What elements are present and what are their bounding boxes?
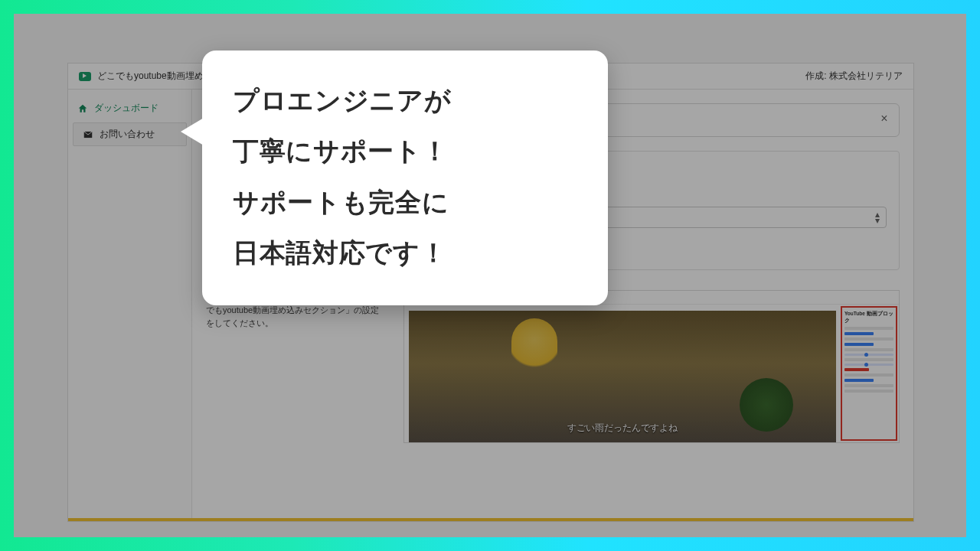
sidebar: ダッシュボード お問い合わせ — [68, 90, 192, 521]
bubble-tail-icon — [181, 118, 204, 145]
sidebar-item-label: ダッシュボード — [94, 102, 158, 115]
sidebar-item-contact[interactable]: お問い合わせ — [73, 122, 187, 146]
mail-icon — [83, 129, 93, 140]
app-credit: 作成: 株式会社リテリア — [805, 70, 903, 83]
select-caret-icon: ▴▾ — [875, 211, 880, 223]
panel-title: YouTube 動画ブロック — [844, 311, 893, 324]
app-logo-icon — [79, 72, 91, 81]
bubble-line: サポートも完全に — [233, 177, 579, 227]
close-icon[interactable]: × — [877, 112, 891, 126]
speech-bubble: プロエンジニアが 丁寧にサポート！ サポートも完全に 日本語対応です！ — [202, 51, 608, 305]
screenshot-side-panel: YouTube 動画ブロック — [841, 306, 897, 441]
sidebar-item-label: お問い合わせ — [100, 128, 155, 141]
screenshot-preview: reiteriya-example ホーム 共有する すごい雨だったんですよね … — [403, 290, 900, 443]
app-title: どこでもyoutube動画埋め込 — [97, 70, 213, 83]
bubble-line: 丁寧にサポート！ — [233, 126, 579, 176]
screenshot-video-area: すごい雨だったんですよね — [409, 311, 836, 442]
bubble-line: 日本語対応です！ — [233, 227, 579, 278]
video-caption: すごい雨だったんですよね — [567, 422, 678, 435]
home-icon — [77, 103, 88, 114]
sidebar-item-dashboard[interactable]: ダッシュボード — [68, 97, 191, 119]
footer-stripe — [68, 518, 913, 521]
bubble-line: プロエンジニアが — [233, 75, 579, 126]
